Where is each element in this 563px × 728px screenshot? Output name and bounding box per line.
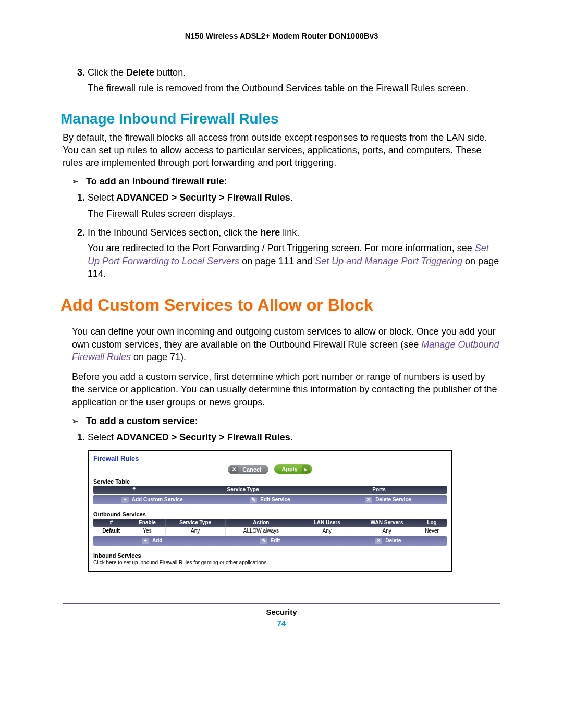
step-3-text-b: button. [154, 67, 186, 78]
intro-paragraph-1: By default, the firewall blocks all acce… [63, 131, 500, 169]
plus-icon: + [121, 497, 129, 503]
pencil-icon: ✎ [250, 497, 257, 503]
inbound-step-2-post: link. [280, 227, 299, 238]
out-cell-default: Default [93, 527, 129, 535]
step-3-body: The firewall rule is removed from the Ou… [88, 82, 500, 94]
delete-service-label: Delete Service [375, 497, 411, 502]
inbound-note-a: Click [93, 560, 106, 565]
firewall-rules-screenshot: Firewall Rules ✕ Cancel Apply ▸ Service … [88, 450, 452, 572]
xref-port-triggering[interactable]: Set Up and Manage Port Triggering [315, 256, 462, 266]
out-col-action: Action [226, 519, 298, 527]
inbound-note: Click here to set up inbound Firewall Ru… [93, 560, 447, 565]
x-icon: ✕ [365, 497, 372, 503]
out-col-wan: WAN Servers [357, 519, 417, 527]
custom-step-1-pre: Select [88, 432, 116, 442]
custom-step-1-num: 1. [77, 432, 85, 442]
page-header: N150 Wireless ADSL2+ Modem Router DGN100… [63, 31, 500, 40]
out-cell-enable: Yes [129, 527, 165, 535]
close-icon: ✕ [230, 466, 238, 473]
x-icon: ✕ [375, 538, 382, 544]
service-table-header: # Service Type Ports [93, 486, 447, 494]
edit-service-label: Edit Service [260, 497, 290, 502]
out-col-hash: # [93, 519, 129, 527]
inbound-here-link[interactable]: here [106, 560, 116, 565]
out-col-lan: LAN Users [297, 519, 357, 527]
inbound-step-2-body-a: You are redirected to the Port Forwardin… [88, 243, 475, 253]
outbound-edit-button[interactable]: ✎ Edit [211, 536, 329, 546]
outbound-delete-button[interactable]: ✕ Delete [329, 536, 447, 546]
outbound-edit-label: Edit [271, 538, 280, 544]
subhead-add-inbound-label: To add an inbound firewall rule: [86, 176, 227, 187]
inbound-note-b: to set up inbound Firewall Rules for gam… [116, 560, 268, 565]
out-col-enable: Enable [129, 519, 165, 527]
inbound-step-1-num: 1. [77, 192, 85, 203]
outbound-label: Outbound Services [93, 511, 447, 517]
inbound-step-1-bold: ADVANCED > Security > Firewall Rules [116, 192, 290, 203]
subhead-add-inbound: To add an inbound firewall rule: [72, 176, 500, 187]
cancel-button-label: Cancel [242, 466, 261, 473]
plus-icon: + [142, 538, 149, 544]
subhead-add-custom: To add a custom service: [72, 416, 500, 427]
outbound-add-button[interactable]: + Add [93, 536, 211, 546]
inbound-step-2-body: You are redirected to the Port Forwardin… [88, 242, 500, 280]
footer-rule [63, 603, 500, 604]
out-cell-wan: Any [357, 527, 417, 535]
custom-step-1-bold: ADVANCED > Security > Firewall Rules [116, 432, 290, 442]
step-3-number: 3. [77, 67, 85, 78]
separator [93, 508, 447, 508]
delete-service-button[interactable]: ✕ Delete Service [329, 495, 447, 504]
heading-add-custom-services: Add Custom Services to Allow or Block [60, 295, 500, 315]
add-custom-service-button[interactable]: + Add Custom Service [93, 495, 211, 504]
inbound-step-1-line: 1. Select ADVANCED > Security > Firewall… [63, 191, 500, 204]
arrow-right-icon: ▸ [302, 465, 310, 473]
inbound-step-2-pre: In the Inbound Services section, click t… [88, 227, 260, 238]
col-hash: # [93, 486, 175, 494]
out-col-service-type: Service Type [166, 519, 226, 527]
inbound-step-2-mid: on page 111 and [239, 256, 315, 266]
apply-button[interactable]: Apply ▸ [274, 464, 312, 474]
inbound-step-2-line: 2. In the Inbound Services section, clic… [63, 226, 500, 239]
step-3-text-a: Click the [88, 67, 126, 78]
out-cell-type: Any [166, 527, 226, 535]
footer-section: Security [63, 608, 500, 616]
page-footer: Security 74 [63, 608, 500, 627]
out-col-log: Log [417, 519, 447, 527]
col-ports: Ports [311, 486, 447, 494]
firewall-rules-panel: Firewall Rules ✕ Cancel Apply ▸ Service … [90, 452, 450, 570]
custom-para-1-b: on page 71). [131, 352, 186, 362]
inbound-label: Inbound Services [93, 552, 447, 559]
outbound-add-label: Add [152, 538, 162, 544]
custom-step-1-post: . [290, 432, 293, 442]
inbound-step-1-body: The Firewall Rules screen displays. [88, 207, 500, 220]
custom-step-1-line: 1. Select ADVANCED > Security > Firewall… [63, 431, 500, 443]
heading-manage-inbound: Manage Inbound Firewall Rules [60, 110, 500, 127]
out-cell-lan: Any [297, 527, 357, 535]
service-table-label: Service Table [93, 478, 447, 485]
outbound-delete-label: Delete [385, 538, 401, 544]
outbound-actions: + Add ✎ Edit ✕ Delete [93, 536, 447, 546]
add-custom-service-label: Add Custom Service [132, 497, 183, 502]
custom-para-2: Before you add a custom service, first d… [72, 371, 500, 409]
pencil-icon: ✎ [260, 538, 267, 544]
firewall-rules-title: Firewall Rules [93, 454, 447, 462]
top-button-row: ✕ Cancel Apply ▸ [93, 464, 447, 474]
inbound-step-2-num: 2. [77, 227, 85, 238]
out-cell-log: Never [417, 527, 447, 535]
inbound-step-1-post: . [290, 192, 293, 203]
inbound-step-1-pre: Select [88, 192, 116, 203]
step-3-line: 3. Click the Delete button. [63, 66, 500, 79]
inbound-step-2-bold: here [260, 227, 280, 238]
out-cell-action: ALLOW always [226, 527, 298, 535]
custom-para-1: You can define your own incoming and out… [72, 325, 500, 363]
col-service-type: Service Type [175, 486, 311, 494]
outbound-row-default: Default Yes Any ALLOW always Any Any Nev… [93, 527, 447, 535]
outbound-header: # Enable Service Type Action LAN Users W… [93, 519, 447, 527]
edit-service-button[interactable]: ✎ Edit Service [211, 495, 329, 504]
subhead-add-custom-label: To add a custom service: [86, 416, 198, 426]
separator [93, 549, 447, 549]
footer-page-number: 74 [63, 619, 500, 627]
service-table-actions: + Add Custom Service ✎ Edit Service ✕ De… [93, 495, 447, 504]
step-3-bold: Delete [126, 67, 154, 78]
apply-button-label: Apply [282, 466, 298, 472]
cancel-button[interactable]: ✕ Cancel [228, 465, 268, 474]
